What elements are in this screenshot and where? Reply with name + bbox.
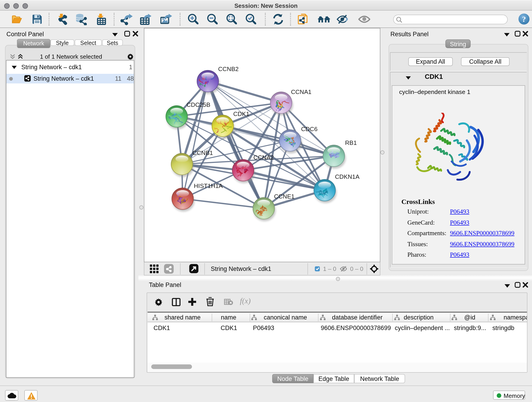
svg-text:CCNB2: CCNB2 [218,65,239,72]
svg-text:CDKN1A: CDKN1A [335,173,360,180]
svg-text:CCNB1: CCNB1 [192,149,213,156]
svg-text:CCNE1: CCNE1 [274,193,294,200]
svg-text:HIST1H1A: HIST1H1A [194,182,223,189]
svg-text:CCNA2: CCNA2 [253,154,274,161]
svg-text:CDC25B: CDC25B [186,101,210,108]
svg-text:RB1: RB1 [345,139,357,146]
svg-text:CDK1: CDK1 [233,110,249,117]
svg-text:CDC6: CDC6 [301,126,317,133]
svg-text:CCNA1: CCNA1 [291,89,311,95]
svg-text:?: ? [522,15,526,23]
